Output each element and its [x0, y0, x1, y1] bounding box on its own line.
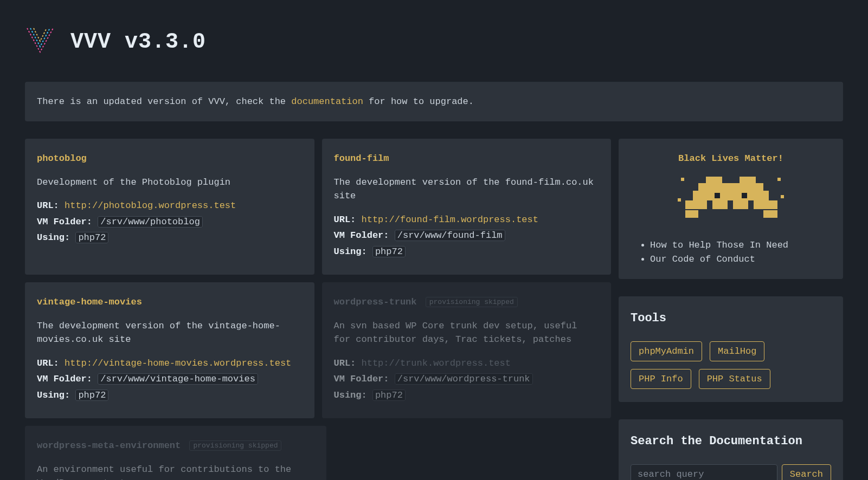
blm-link-help[interactable]: How to Help Those In Need — [650, 240, 788, 250]
svg-rect-2 — [678, 198, 681, 202]
svg-rect-7 — [693, 191, 769, 200]
site-desc: An svn based WP Core trunk dev setup, us… — [334, 319, 600, 347]
vm-folder: /srv/www/found-film — [395, 230, 505, 241]
svg-rect-4 — [706, 177, 722, 183]
tools-title: Tools — [631, 309, 831, 327]
site-desc: The development version of the vintage-h… — [37, 319, 303, 347]
site-desc: The development version of the found-fil… — [334, 176, 600, 203]
page-title: VVV v3.3.0 — [70, 26, 206, 59]
site-name: vintage-home-movies — [37, 295, 303, 309]
site-url-link[interactable]: http://photoblog.wordpress.test — [65, 200, 236, 211]
site-name: wordpress-trunk provisioning skipped — [334, 295, 600, 309]
svg-rect-8 — [685, 200, 707, 209]
svg-rect-12 — [685, 210, 698, 218]
tool-phpinfo[interactable]: PHP Info — [631, 369, 691, 389]
site-name: photoblog — [37, 152, 303, 166]
skipped-tag: provisioning skipped — [189, 440, 281, 451]
svg-rect-0 — [681, 178, 684, 181]
site-url-link[interactable]: http://found-film.wordpress.test — [362, 215, 538, 225]
svg-rect-6 — [698, 183, 763, 191]
site-desc: An environment useful for contributions … — [37, 463, 314, 481]
svg-rect-11 — [754, 200, 777, 209]
update-banner: There is an updated version of VVV, chec… — [25, 82, 843, 122]
site-card: wordpress-meta-environment provisioning … — [25, 426, 326, 480]
blm-link-conduct[interactable]: Our Code of Conduct — [650, 254, 755, 264]
vvv-logo-icon — [25, 25, 55, 60]
php-version: php72 — [372, 390, 406, 401]
svg-rect-14 — [715, 193, 720, 198]
svg-rect-5 — [740, 177, 756, 183]
tool-mailhog[interactable]: MailHog — [710, 341, 764, 361]
site-card: vintage-home-movies The development vers… — [25, 282, 314, 418]
site-card: photoblog Development of the Photoblog p… — [25, 139, 314, 275]
page-header: VVV v3.3.0 — [25, 25, 843, 60]
php-version: php72 — [75, 232, 108, 243]
documentation-link[interactable]: documentation — [291, 96, 363, 107]
raccoon-pixel-icon — [631, 173, 831, 227]
vm-folder: /srv/www/vintage-home-movies — [98, 373, 258, 385]
svg-rect-1 — [777, 178, 781, 181]
site-card: found-film The development version of th… — [322, 139, 612, 275]
svg-rect-15 — [742, 193, 747, 198]
svg-rect-13 — [763, 210, 777, 218]
site-url-link[interactable]: http://trunk.wordpress.test — [362, 358, 511, 368]
svg-rect-3 — [781, 195, 784, 198]
php-version: php72 — [372, 246, 406, 257]
tools-box: Tools phpMyAdmin MailHog PHP Info PHP St… — [619, 296, 843, 402]
vm-folder: /srv/www/wordpress-trunk — [395, 373, 533, 385]
skipped-tag: provisioning skipped — [426, 297, 518, 307]
tool-phpmyadmin[interactable]: phpMyAdmin — [631, 341, 702, 361]
svg-rect-10 — [733, 200, 748, 209]
svg-rect-9 — [712, 200, 728, 209]
site-card: wordpress-trunk provisioning skipped An … — [322, 282, 612, 418]
search-title: Search the Documentation — [631, 432, 831, 450]
blm-title: Black Lives Matter! — [631, 152, 831, 166]
search-box: Search the Documentation Search — [619, 419, 843, 480]
vm-folder: /srv/www/photoblog — [98, 216, 203, 228]
site-desc: Development of the Photoblog plugin — [37, 176, 303, 190]
site-name: wordpress-meta-environment provisioning … — [37, 439, 314, 453]
search-input[interactable] — [631, 464, 777, 480]
search-button[interactable]: Search — [782, 464, 831, 480]
php-version: php72 — [75, 390, 108, 401]
site-name: found-film — [334, 152, 600, 166]
site-url-link[interactable]: http://vintage-home-movies.wordpress.tes… — [65, 358, 291, 368]
blm-box: Black Lives Matter! — [619, 139, 843, 279]
tool-phpstatus[interactable]: PHP Status — [699, 369, 770, 389]
